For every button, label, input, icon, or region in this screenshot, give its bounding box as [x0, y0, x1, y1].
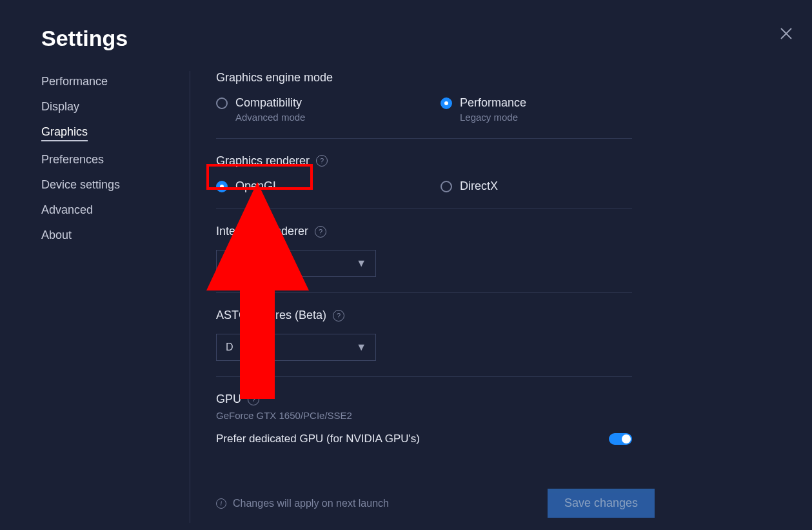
help-icon[interactable]: ? [315, 226, 326, 238]
help-icon[interactable]: ? [316, 155, 328, 167]
dropdown-value: D [226, 341, 233, 353]
radio-icon [216, 181, 228, 192]
section-title-engine: Graphics engine mode [216, 71, 632, 85]
sidebar-item-device-settings[interactable]: Device settings [41, 178, 120, 192]
sidebar-item-about[interactable]: About [41, 229, 72, 242]
radio-label: Performance [460, 96, 526, 110]
radio-opengl[interactable]: OpenGL [216, 179, 441, 194]
chevron-down-icon: ▼ [356, 258, 366, 269]
divider [216, 138, 632, 139]
vertical-divider [190, 71, 190, 523]
sidebar-item-advanced[interactable]: Advanced [41, 203, 93, 217]
section-interface-renderer: Interface renderer ? A ▼ [216, 225, 632, 277]
footer: i Changes will apply on next launch Save… [216, 489, 655, 518]
dropdown-interface-renderer[interactable]: A ▼ [216, 250, 376, 277]
close-button[interactable] [778, 26, 794, 41]
radio-icon [441, 97, 452, 109]
section-gpu: GPU ? GeForce GTX 1650/PCIe/SSE2 Prefer … [216, 392, 632, 445]
divider [216, 292, 632, 293]
radio-label: OpenGL [235, 179, 279, 194]
chevron-down-icon: ▼ [356, 341, 366, 353]
dropdown-astc[interactable]: D ▼ [216, 334, 376, 361]
section-title-astc: ASTC textures (Beta) ? [216, 309, 632, 322]
section-title-interface: Interface renderer ? [216, 225, 632, 238]
footer-info: i Changes will apply on next launch [216, 498, 389, 509]
radio-group-engine: Compatibility Advanced mode Performance … [216, 96, 632, 123]
radio-icon [216, 97, 228, 109]
section-title-gpu: GPU ? [216, 392, 632, 406]
radio-sublabel: Advanced mode [235, 112, 305, 123]
sidebar: Performance Display Graphics Preferences… [41, 75, 190, 242]
dropdown-value: A [226, 258, 233, 269]
help-icon[interactable]: ? [333, 310, 344, 321]
sidebar-item-graphics[interactable]: Graphics [41, 125, 88, 141]
page-title: Settings [41, 26, 128, 51]
section-title-renderer: Graphics renderer ? [216, 154, 632, 168]
info-icon: i [216, 498, 226, 509]
section-engine-mode: Graphics engine mode Compatibility Advan… [216, 71, 632, 123]
radio-group-renderer: OpenGL DirectX [216, 179, 632, 194]
sidebar-item-display[interactable]: Display [41, 100, 79, 114]
section-renderer: Graphics renderer ? OpenGL DirectX [216, 154, 632, 194]
radio-label: Compatibility [235, 96, 305, 110]
toggle-prefer-gpu[interactable] [609, 433, 632, 445]
radio-icon [441, 181, 452, 192]
gpu-device-name: GeForce GTX 1650/PCIe/SSE2 [216, 410, 632, 421]
help-icon[interactable]: ? [248, 394, 259, 405]
sidebar-item-performance[interactable]: Performance [41, 75, 108, 88]
divider [216, 376, 632, 377]
section-astc: ASTC textures (Beta) ? D ▼ [216, 309, 632, 361]
content-panel: Graphics engine mode Compatibility Advan… [216, 71, 632, 445]
close-icon [778, 26, 794, 41]
toggle-label-prefer-gpu: Prefer dedicated GPU (for NVIDIA GPU's) [216, 433, 420, 445]
divider [216, 209, 632, 209]
radio-sublabel: Legacy mode [460, 112, 526, 123]
radio-performance[interactable]: Performance Legacy mode [441, 96, 526, 123]
radio-compatibility[interactable]: Compatibility Advanced mode [216, 96, 441, 123]
save-button[interactable]: Save changes [548, 489, 655, 518]
sidebar-item-preferences[interactable]: Preferences [41, 153, 104, 167]
radio-label: DirectX [460, 179, 498, 194]
radio-directx[interactable]: DirectX [441, 179, 498, 194]
